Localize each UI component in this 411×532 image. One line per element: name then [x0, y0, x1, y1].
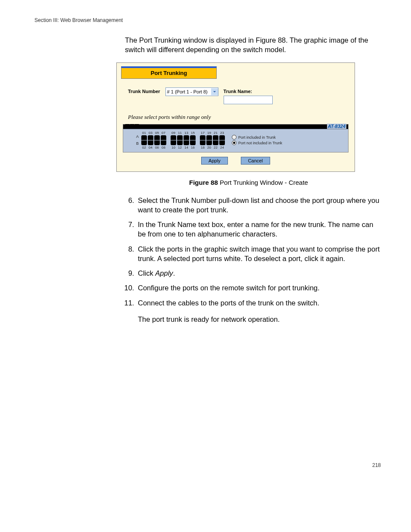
closing-line: The port trunk is ready for network oper…: [138, 314, 381, 324]
port-number: 18: [200, 146, 206, 149]
step-9: Click Apply.: [136, 268, 381, 278]
trunk-name-input[interactable]: [224, 96, 273, 104]
radio-not-included-icon: [232, 140, 237, 145]
port-number: 10: [171, 146, 176, 149]
port[interactable]: [148, 140, 153, 145]
port[interactable]: [177, 135, 183, 140]
port-number: 12: [177, 146, 183, 149]
trunk-name-label: Trunk Name:: [224, 87, 273, 94]
radio-included-icon: [232, 135, 237, 140]
port-number: 02: [141, 146, 147, 149]
port[interactable]: [171, 135, 176, 140]
port-trunking-window: Port Trunking Trunk Number # 1 (Port 1 -…: [116, 62, 355, 172]
port[interactable]: [206, 140, 212, 145]
page-number: 218: [34, 462, 381, 468]
legend: Port included in Trunk Port not included…: [232, 135, 282, 145]
port-number: 24: [219, 146, 225, 149]
window-title: Port Trunking: [121, 66, 217, 79]
switch-model: AT-8324: [327, 124, 346, 129]
port-number: 13: [184, 131, 189, 135]
port-grid: 010305070911131517192123 020406081012141…: [141, 131, 228, 149]
trunk-number-select[interactable]: # 1 (Port 1 - Port 8): [165, 87, 218, 96]
row-a-label: A: [136, 134, 139, 139]
vendor-logo-icon: [124, 124, 138, 128]
port[interactable]: [190, 140, 196, 145]
chevron-down-icon[interactable]: [211, 88, 218, 95]
port[interactable]: [200, 140, 206, 145]
port[interactable]: [141, 135, 147, 140]
port-number: 04: [148, 146, 153, 149]
port-number: 11: [177, 131, 183, 135]
port-number: 20: [206, 146, 212, 149]
port-number: 14: [184, 146, 189, 149]
figure-88: Port Trunking Trunk Number # 1 (Port 1 -…: [116, 62, 381, 186]
figure-caption: Figure 88 Port Trunking Window - Create: [116, 179, 381, 186]
port[interactable]: [200, 135, 206, 140]
port-number: 08: [161, 146, 166, 149]
port[interactable]: [154, 135, 160, 140]
port[interactable]: [190, 135, 196, 140]
port-number: 23: [219, 131, 225, 135]
form-row: Trunk Number # 1 (Port 1 - Port 8) Trunk…: [117, 82, 355, 106]
port-number: 16: [190, 146, 196, 149]
port-number: 06: [154, 146, 160, 149]
legend-included: Port included in Trunk: [238, 135, 276, 140]
step-11: Connect the cables to the ports of the t…: [136, 298, 381, 308]
step-8: Click the ports in the graphic switch im…: [136, 244, 381, 264]
port-number: 05: [154, 131, 160, 135]
port[interactable]: [219, 135, 225, 140]
step-6: Select the Trunk Number pull-down list a…: [136, 196, 381, 215]
steps-list: Select the Trunk Number pull-down list a…: [124, 196, 381, 308]
port-number: 21: [213, 131, 218, 135]
port[interactable]: [148, 135, 153, 140]
port[interactable]: [213, 135, 218, 140]
port[interactable]: [177, 140, 183, 145]
trunk-number-value: # 1 (Port 1 - Port 8): [167, 89, 208, 94]
port[interactable]: [171, 140, 176, 145]
port-number: 07: [161, 131, 166, 135]
port-number: 09: [171, 131, 176, 135]
cancel-button[interactable]: Cancel: [241, 157, 270, 165]
apply-button[interactable]: Apply: [201, 157, 228, 165]
port[interactable]: [206, 135, 212, 140]
legend-not-included: Port not included in Trunk: [238, 141, 282, 145]
port-number: 22: [213, 146, 218, 149]
port-number: 03: [148, 131, 153, 135]
row-b-label: B: [136, 141, 139, 146]
port-number: 17: [200, 131, 206, 135]
trunk-number-label: Trunk Number: [128, 87, 160, 94]
step-10: Configure the ports on the remote switch…: [136, 283, 381, 292]
port[interactable]: [161, 140, 166, 145]
port[interactable]: [161, 135, 166, 140]
page-header: Section III: Web Browser Management: [34, 17, 381, 23]
step-7: In the Trunk Name text box, enter a name…: [136, 220, 381, 239]
switch-graphic: AT-8324 A B 010305070911131517192123 020…: [123, 124, 349, 152]
intro-paragraph: The Port Trunking window is displayed in…: [125, 35, 381, 55]
port-number: 15: [190, 131, 196, 135]
port-range-hint: Please select ports within range only: [117, 106, 355, 123]
port-number: 19: [206, 131, 212, 135]
port[interactable]: [154, 140, 160, 145]
port[interactable]: [141, 140, 147, 145]
port[interactable]: [184, 135, 189, 140]
port[interactable]: [213, 140, 218, 145]
port[interactable]: [184, 140, 189, 145]
port-number: 01: [141, 131, 147, 135]
port[interactable]: [219, 140, 225, 145]
